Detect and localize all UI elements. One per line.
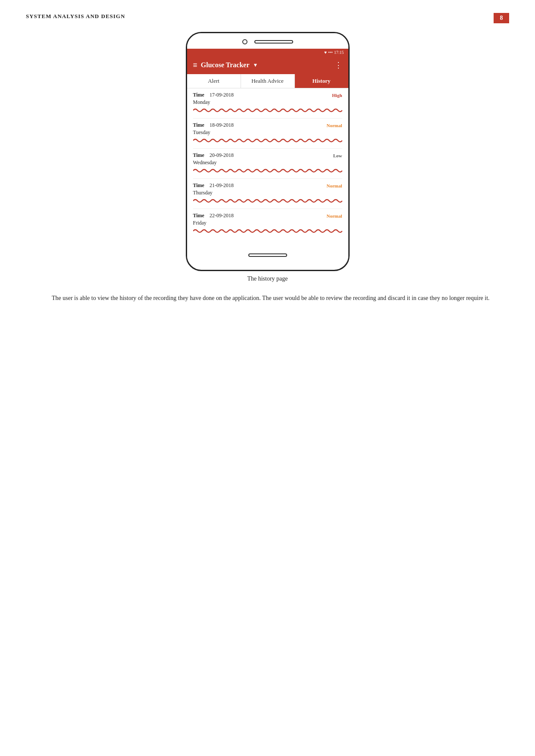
entry-status-0: High	[332, 93, 342, 98]
app-header-title: ≡ Glucose Tracker ▼	[193, 61, 258, 70]
phone-home-button[interactable]	[248, 253, 287, 257]
phone-camera	[242, 39, 247, 44]
entry-header-2: Time 20-09-2018 Low	[193, 152, 342, 159]
tab-health-advice[interactable]: Health Advice	[241, 74, 295, 88]
dropdown-arrow-icon[interactable]: ▼	[253, 62, 258, 69]
tab-alert[interactable]: Alert	[187, 74, 241, 88]
phone-container: ♥ ••• 17:15 ≡ Glucose Tracker ▼ ⋮ Alert …	[26, 32, 509, 271]
bottom-spacer	[187, 239, 348, 247]
entry-status-2: Low	[333, 153, 342, 158]
entry-time-date-3: Time 21-09-2018	[193, 182, 234, 189]
phone-bottom-bar	[187, 247, 348, 261]
document-title: SYSTEM ANALYSIS AND DESIGN	[26, 13, 125, 20]
entry-day-3: Thursday	[193, 190, 342, 196]
entry-day-4: Friday	[193, 220, 342, 226]
redacted-line-4	[193, 228, 342, 234]
entry-status-4: Normal	[326, 213, 342, 219]
page-header: SYSTEM ANALYSIS AND DESIGN 8	[26, 13, 509, 23]
wifi-icon: ♥	[324, 50, 327, 55]
redacted-line-2	[193, 167, 342, 174]
tab-bar: Alert Health Advice History	[187, 74, 348, 88]
app-header: ≡ Glucose Tracker ▼ ⋮	[187, 56, 348, 74]
redacted-line-1	[193, 137, 342, 144]
entry-time-date-1: Time 18-09-2018	[193, 122, 234, 128]
more-options-icon[interactable]: ⋮	[335, 60, 342, 70]
entry-header-4: Time 22-09-2018 Normal	[193, 212, 342, 219]
entry-time-date-0: Time 17-09-2018	[193, 92, 234, 98]
signal-bars: •••	[328, 50, 333, 55]
phone-top-bar	[187, 33, 348, 49]
entry-header-0: Time 17-09-2018 High	[193, 92, 342, 98]
entry-time-date-2: Time 20-09-2018	[193, 152, 234, 159]
entry-header-1: Time 18-09-2018 Normal	[193, 122, 342, 128]
redacted-line-0	[193, 107, 342, 114]
entry-status-3: Normal	[326, 183, 342, 188]
hamburger-icon[interactable]: ≡	[193, 61, 197, 70]
entry-header-3: Time 21-09-2018 Normal	[193, 182, 342, 189]
history-entry-1: Time 18-09-2018 Normal Tuesday	[193, 119, 342, 149]
entry-day-1: Tuesday	[193, 129, 342, 136]
status-icons: ♥ ••• 17:15	[324, 50, 344, 55]
history-entry-3: Time 21-09-2018 Normal Thursday	[193, 179, 342, 209]
phone-mockup: ♥ ••• 17:15 ≡ Glucose Tracker ▼ ⋮ Alert …	[186, 32, 350, 271]
entry-status-1: Normal	[326, 123, 342, 128]
entry-time-date-4: Time 22-09-2018	[193, 212, 234, 219]
history-entry-2: Time 20-09-2018 Low Wednesday	[193, 149, 342, 179]
body-paragraph-1: The user is able to view the history of …	[26, 293, 509, 303]
phone-speaker	[254, 40, 293, 44]
page-number: 8	[494, 13, 509, 23]
redacted-line-3	[193, 197, 342, 204]
history-list: Time 17-09-2018 High Monday Time	[187, 88, 348, 239]
entry-day-2: Wednesday	[193, 159, 342, 166]
app-title: Glucose Tracker	[201, 61, 250, 69]
figure-caption: The history page	[26, 275, 509, 282]
status-bar: ♥ ••• 17:15	[187, 49, 348, 56]
status-time: 17:15	[334, 50, 344, 55]
tab-history[interactable]: History	[295, 74, 348, 88]
history-entry-0: Time 17-09-2018 High Monday	[193, 88, 342, 119]
entry-day-0: Monday	[193, 99, 342, 106]
history-entry-4: Time 22-09-2018 Normal Friday	[193, 209, 342, 239]
